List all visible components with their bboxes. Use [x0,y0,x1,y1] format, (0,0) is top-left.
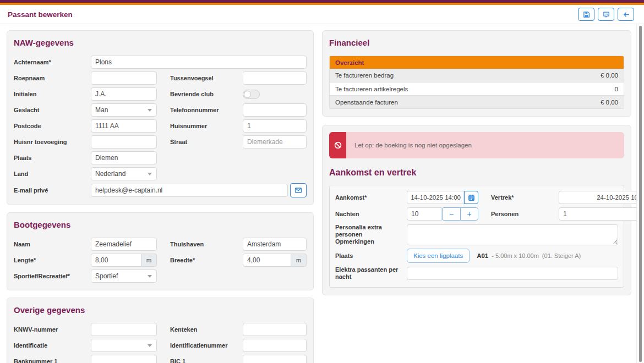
ligplaats-size: - 5.00m x 10.00m [492,252,539,259]
initialen-label: Initialen [14,91,91,97]
postcode-label: Postcode [14,123,91,129]
breedte-input[interactable] [243,254,291,267]
overige-panel-title: Overige gegevens [14,305,307,315]
achternaam-input[interactable] [91,56,307,69]
comment-button[interactable] [598,8,614,21]
fin-row-te-factureren-bedrag: Te factureren bedrag € 0,00 [330,69,624,82]
alert-iconbox [329,132,346,158]
right-column: Financieel Overzicht Te factureren bedra… [322,30,631,363]
land-selected-value: Nederland [95,170,125,178]
email-prive-label: E-mail privé [14,187,91,194]
comment-icon [603,11,610,18]
financieel-panel: Financieel Overzicht Te factureren bedra… [322,30,631,117]
unsaved-booking-alert: Let op: de boeking is nog niet opgeslage… [329,132,624,158]
sportief-select[interactable]: Sportief [91,270,157,283]
fin-row-artikelregels: Te factureren artikelregels 0 [330,82,624,95]
postcode-input[interactable] [91,119,157,133]
plaats-input[interactable] [91,151,157,164]
boeking-panel: Let op: de boeking is nog niet opgeslage… [322,125,631,295]
fin-row-label: Te factureren bedrag [335,72,394,79]
boeking-panel-title: Aankomst en vertrek [329,168,624,178]
alert-message: Let op: de boeking is nog niet opgeslage… [346,132,472,158]
nachten-input[interactable] [407,207,442,221]
fin-row-value: 0 [615,86,618,92]
ligplaats-steiger: (01. Steiger A) [542,252,581,259]
identificatienummer-input[interactable] [243,339,307,352]
geslacht-label: Geslacht [14,107,91,113]
geslacht-selected-value: Man [95,106,108,114]
thuishaven-input[interactable] [243,238,307,251]
save-icon [583,11,590,18]
boot-naam-input[interactable] [91,238,157,251]
huisnr-toevoeging-label: Huisnr toevoeging [14,139,91,145]
huisnummer-label: Huisnummer [157,123,243,129]
arrow-left-icon [623,11,630,18]
nachten-label: Nachten [335,211,407,217]
roepnaam-input[interactable] [91,72,157,85]
land-label: Land [14,170,91,177]
nachten-plus-button[interactable]: + [460,207,478,221]
identificatie-select[interactable] [91,339,157,352]
fin-row-label: Te factureren artikelregels [335,86,408,92]
initialen-input[interactable] [91,87,157,101]
vertrek-input[interactable] [559,191,644,204]
huisnr-toevoeging-input[interactable] [91,135,157,148]
fin-row-value: € 0,00 [601,99,618,106]
header-buttons [575,8,634,21]
lengte-label: Lengte* [14,257,91,263]
caret-down-icon [148,109,152,112]
naw-panel-title: NAW-gegevens [14,38,307,47]
lengte-input[interactable] [91,254,141,267]
kenteken-input[interactable] [243,323,307,336]
banknummer-input[interactable] [91,355,157,363]
huisnummer-input[interactable] [243,119,307,133]
geslacht-select[interactable]: Man [91,103,157,117]
scrollbar-track[interactable] [636,24,644,363]
nachten-minus-button[interactable]: − [442,207,460,221]
elektra-input[interactable] [407,267,618,280]
boot-panel: Bootgegevens Naam Thuishaven Lengte* m B… [7,212,314,290]
breedte-label: Breedte* [157,257,243,263]
back-button[interactable] [618,8,634,21]
straat-label: Straat [157,139,243,145]
send-email-button[interactable] [290,183,307,197]
land-select[interactable]: Nederland [91,167,157,180]
bevriende-club-label: Bevriende club [157,91,243,97]
boeking-fields-box: Aankomst* Vertrek* [329,185,624,288]
identificatie-label: Identificatie [14,342,91,349]
kenteken-label: Kenteken [157,326,243,333]
page-title: Passant bewerken [8,10,73,19]
banknummer-label: Banknummer 1 [14,358,91,363]
vertrek-label: Vertrek* [478,194,559,201]
personen-label: Personen [478,211,559,217]
kies-ligplaats-button[interactable]: Kies een ligplaats [407,249,470,263]
telefoonnummer-input[interactable] [243,103,307,117]
bic-input[interactable] [243,355,307,363]
aankomst-input[interactable] [407,191,464,204]
header-bar: Passant bewerken [0,5,644,24]
personalia-opmerkingen-textarea[interactable] [407,224,618,245]
email-prive-input[interactable] [91,184,288,197]
aankomst-calendar-button[interactable] [464,191,478,204]
calendar-icon [468,194,475,201]
aankomst-label: Aankomst* [335,194,407,201]
left-column: NAW-gegevens Achternaam* Roepnaam Tussen… [7,30,314,363]
scrollbar-thumb[interactable] [639,26,642,362]
boot-panel-title: Bootgegevens [14,220,307,229]
ligplaats-label: Plaats [335,252,407,259]
thuishaven-label: Thuishaven [157,241,243,248]
straat-input[interactable] [243,135,307,148]
ligplaats-code: A01 [477,252,488,259]
lengte-unit: m [141,254,157,267]
save-button[interactable] [578,8,594,21]
tussenvoegsel-input[interactable] [243,72,307,85]
elektra-label: Elektra passanten per nacht [335,266,407,280]
bevriende-club-toggle[interactable] [243,90,260,99]
caret-down-icon [148,344,152,347]
personen-input[interactable] [559,207,644,221]
sportief-selected-value: Sportief [95,272,118,280]
telefoonnummer-label: Telefoonnummer [157,107,243,113]
knwv-input[interactable] [91,323,157,336]
achternaam-label: Achternaam* [14,59,91,65]
boot-naam-label: Naam [14,241,91,248]
